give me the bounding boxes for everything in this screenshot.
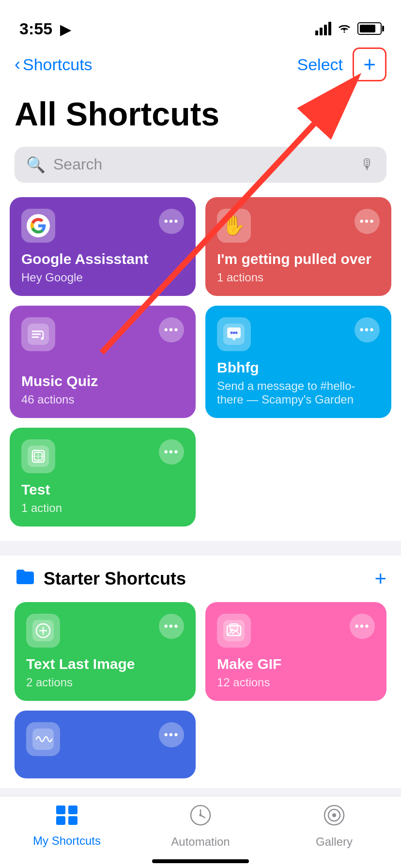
search-bar-container: 🔍 Search 🎙 [0,142,401,197]
card-footer: I'm getting pulled over 1 actions [217,250,380,284]
card-title: Make GIF [217,655,375,673]
card-icon [21,209,55,243]
svg-point-29 [200,814,202,817]
card-icon [21,317,55,351]
svg-point-9 [235,331,238,334]
card-more-button[interactable]: ••• [159,209,184,234]
card-title: Music Quiz [21,372,184,390]
more-icon: ••• [359,215,374,228]
svg-rect-24 [56,806,65,814]
starter-header-left: Starter Shortcuts [15,568,186,589]
status-icons [315,21,382,36]
mic-icon[interactable]: 🎙 [360,156,375,173]
card-header: ••• [21,209,184,243]
card-more-button[interactable]: ••• [159,614,184,639]
card-header: ••• [217,317,380,351]
more-icon: ••• [164,215,179,228]
card-more-button[interactable]: ••• [355,317,380,342]
card-more-button[interactable]: ••• [355,209,380,234]
card-icon [217,317,251,351]
shortcut-card-google-assistant[interactable]: ••• Google Assisstant Hey Google [10,197,196,296]
card-header: ••• [26,614,184,648]
select-button[interactable]: Select [297,55,343,74]
page-title: All Shortcuts [15,96,386,132]
card-subtitle: 1 action [21,501,184,515]
card-footer: Music Quiz 46 actions [21,372,184,406]
gallery-label: Gallery [316,835,353,849]
card-more-button[interactable]: ••• [159,722,184,747]
card-footer: Make GIF 12 actions [217,655,375,689]
more-icon: ••• [164,728,179,742]
hand-icon: ✋ [222,214,246,237]
page-title-section: All Shortcuts [0,91,401,142]
shortcuts-grid: ••• Google Assisstant Hey Google ✋ ••• I… [0,197,401,541]
card-footer: Google Assisstant Hey Google [21,250,184,284]
back-button[interactable]: ‹ Shortcuts [15,54,93,75]
card-more-button[interactable]: ••• [159,317,184,342]
svg-rect-27 [68,816,77,825]
card-icon [217,614,251,648]
card-header: ••• [21,439,184,473]
nav-bar: ‹ Shortcuts Select + [0,43,401,91]
card-header: ••• [26,722,184,756]
card-title: Bbhfg [217,359,380,376]
shortcut-card-pulled-over[interactable]: ✋ ••• I'm getting pulled over 1 actions [205,197,391,296]
svg-rect-23 [32,728,54,750]
my-shortcuts-icon [56,805,78,830]
shortcut-card-text-last-image[interactable]: ••• Text Last Image 2 actions [15,602,196,701]
search-icon: 🔍 [26,155,46,174]
automation-label: Automation [171,835,230,849]
more-icon: ••• [164,620,179,633]
card-header: ••• [21,317,184,351]
tab-bar: My Shortcuts Automation Gallery [0,796,401,868]
more-icon: ••• [355,620,370,633]
svg-point-32 [332,813,336,817]
card-footer: Bbhfg Send a message to #hello-there — S… [217,359,380,406]
search-input-wrap[interactable]: 🔍 Search 🎙 [15,147,386,183]
tab-gallery[interactable]: Gallery [295,804,373,849]
shortcut-card-audio-partial[interactable]: ••• [15,711,196,778]
my-shortcuts-label: My Shortcuts [33,834,101,848]
card-more-button[interactable]: ••• [350,614,375,639]
card-icon [21,439,55,473]
wifi-icon [337,21,352,36]
svg-rect-26 [56,816,65,825]
chevron-left-icon: ‹ [15,54,20,75]
card-title: Google Assisstant [21,250,184,268]
section-gap [0,541,401,556]
card-subtitle: 46 actions [21,393,184,406]
google-logo-icon [27,214,50,237]
status-time: 3:55 ▶ [19,19,71,38]
add-shortcut-button[interactable]: + [353,47,386,81]
card-subtitle: Send a message to #hello-there — Scampy'… [217,379,380,406]
card-header: ✋ ••• [217,209,380,243]
starter-section-title: Starter Shortcuts [44,569,186,589]
card-subtitle: Hey Google [21,271,184,284]
shortcut-card-test[interactable]: ••• Test 1 action [10,428,196,527]
card-footer: Text Last Image 2 actions [26,655,184,689]
svg-point-8 [233,331,235,334]
shortcut-card-bbhfg[interactable]: ••• Bbhfg Send a message to #hello-there… [205,306,391,418]
starter-header: Starter Shortcuts + [15,567,386,590]
back-label: Shortcuts [23,55,93,74]
card-icon [26,614,60,648]
nav-actions: Select + [297,47,387,81]
card-footer: Test 1 action [21,481,184,515]
battery-icon [357,22,382,35]
shortcut-card-music-quiz[interactable]: ••• Music Quiz 46 actions [10,306,196,418]
plus-icon: + [363,54,376,75]
gallery-icon [323,804,345,831]
folder-icon [15,568,36,589]
tab-my-shortcuts[interactable]: My Shortcuts [28,805,106,848]
card-more-button[interactable]: ••• [159,439,184,465]
automation-icon [189,804,212,831]
svg-point-7 [231,331,233,334]
search-placeholder: Search [53,155,353,173]
starter-add-button[interactable]: + [374,567,386,590]
card-title: Text Last Image [26,655,184,673]
svg-point-22 [231,629,233,631]
shortcut-card-make-gif[interactable]: ••• Make GIF 12 actions [205,602,386,701]
tab-automation[interactable]: Automation [162,804,239,849]
card-icon: ✋ [217,209,251,243]
starter-shortcuts-section: Starter Shortcuts + • [0,556,401,788]
